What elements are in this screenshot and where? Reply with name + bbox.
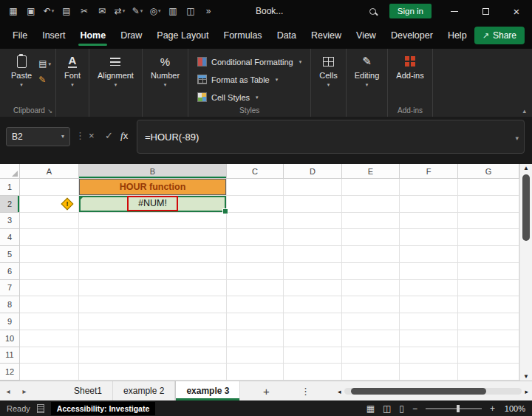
table-icon[interactable]: ▥ [164, 2, 182, 20]
cell-a7[interactable] [20, 280, 79, 297]
accessibility-status[interactable]: Accessibility: Investigate [51, 402, 155, 415]
maximize-button[interactable] [470, 0, 501, 22]
cell-f8[interactable] [400, 296, 458, 313]
cell-b5[interactable] [79, 246, 227, 263]
cell-d3[interactable] [284, 213, 342, 230]
expand-formula-bar-icon[interactable]: ▾ [515, 134, 519, 142]
shape-icon[interactable]: ◎▾ [146, 2, 164, 20]
cell-e6[interactable] [342, 263, 400, 280]
menu-tab-review[interactable]: Review [309, 23, 344, 48]
select-all-corner[interactable] [0, 164, 20, 179]
alignment-button[interactable]: Alignment ▾ [92, 52, 139, 105]
row-header-6[interactable]: 6 [0, 263, 20, 280]
cell-c8[interactable] [227, 296, 284, 313]
horizontal-scrollbar-track[interactable] [344, 388, 522, 395]
col-header-b[interactable]: B [79, 164, 227, 179]
cell-b12[interactable] [79, 364, 227, 381]
cell-d11[interactable] [284, 347, 342, 364]
cell-e2[interactable] [342, 196, 400, 213]
clipboard-dialog-launcher-icon[interactable]: ↘ [47, 108, 52, 115]
vertical-scrollbar-thumb[interactable] [522, 174, 530, 241]
cell-b3[interactable] [79, 213, 227, 230]
cell-e1[interactable] [342, 179, 400, 196]
vertical-scrollbar[interactable]: ▲ ▼ [519, 164, 532, 381]
cell-g3[interactable] [458, 213, 519, 230]
cell-d7[interactable] [284, 280, 342, 297]
row-header-8[interactable]: 8 [0, 296, 20, 313]
cell-c11[interactable] [227, 347, 284, 364]
cell-f11[interactable] [400, 347, 458, 364]
cell-c9[interactable] [227, 313, 284, 330]
row-header-9[interactable]: 9 [0, 313, 20, 330]
number-button[interactable]: % Number ▾ [146, 52, 185, 105]
cells-button[interactable]: Cells ▾ [314, 52, 342, 105]
scroll-right-icon[interactable]: ▸ [525, 388, 528, 395]
row-header-7[interactable]: 7 [0, 280, 20, 297]
cell-a9[interactable] [20, 313, 79, 330]
cell-f7[interactable] [400, 280, 458, 297]
cell-g1[interactable] [458, 179, 519, 196]
zoom-level[interactable]: 100% [503, 404, 525, 413]
scroll-up-icon[interactable]: ▲ [520, 165, 532, 171]
format-painter-button[interactable]: ✎ [38, 75, 51, 85]
menu-tab-home[interactable]: Home [78, 23, 108, 48]
menu-tab-view[interactable]: View [354, 23, 378, 48]
cell-f9[interactable] [400, 313, 458, 330]
zoom-in-button[interactable]: + [490, 403, 495, 414]
cell-c3[interactable] [227, 213, 284, 230]
cell-g9[interactable] [458, 313, 519, 330]
cell-d6[interactable] [284, 263, 342, 280]
cell-e11[interactable] [342, 347, 400, 364]
col-header-f[interactable]: F [400, 164, 458, 179]
sheet-tab-sheet1[interactable]: Sheet1 [64, 381, 113, 400]
save-icon[interactable]: ▣ [22, 2, 40, 20]
cell-g11[interactable] [458, 347, 519, 364]
cell-f2[interactable] [400, 196, 458, 213]
normal-view-icon[interactable]: ▦ [366, 403, 375, 414]
menu-tab-data[interactable]: Data [275, 23, 299, 48]
cell-styles-button[interactable]: Cell Styles▾ [197, 89, 301, 105]
cell-e8[interactable] [342, 296, 400, 313]
row-header-11[interactable]: 11 [0, 347, 20, 364]
cell-d12[interactable] [284, 364, 342, 381]
tab-scroll-right-icon[interactable]: ▸ [16, 381, 33, 400]
cell-b8[interactable] [79, 296, 227, 313]
cell-f4[interactable] [400, 229, 458, 246]
cell-a5[interactable] [20, 246, 79, 263]
cell-c2[interactable] [227, 196, 284, 213]
cell-b2[interactable]: #NUM! [79, 196, 227, 213]
conditional-formatting-button[interactable]: Conditional Formatting▾ [197, 54, 301, 69]
sheet-options-icon[interactable]: ⋮ [296, 381, 314, 400]
format-as-table-button[interactable]: Format as Table▾ [197, 72, 301, 87]
zoom-slider[interactable] [426, 408, 482, 409]
row-header-3[interactable]: 3 [0, 213, 20, 230]
cell-d4[interactable] [284, 229, 342, 246]
share-button[interactable]: ↗ Share [474, 27, 525, 44]
search-button[interactable] [363, 0, 383, 22]
editing-button[interactable]: ✎ Editing ▾ [349, 52, 385, 105]
translate-icon[interactable]: ⇄▾ [111, 2, 129, 20]
cell-a11[interactable] [20, 347, 79, 364]
cell-c1[interactable] [227, 179, 284, 196]
menu-tab-formulas[interactable]: Formulas [222, 23, 265, 48]
cell-d9[interactable] [284, 313, 342, 330]
page-break-view-icon[interactable]: ▯ [399, 403, 404, 414]
mail-icon[interactable]: ✉ [93, 2, 111, 20]
cell-a3[interactable] [20, 213, 79, 230]
cell-b9[interactable] [79, 313, 227, 330]
cell-b4[interactable] [79, 229, 227, 246]
paste-button[interactable]: Paste ▾ [6, 52, 37, 105]
col-header-e[interactable]: E [342, 164, 400, 179]
cell-e12[interactable] [342, 364, 400, 381]
cell-g7[interactable] [458, 280, 519, 297]
cell-d2[interactable] [284, 196, 342, 213]
zoom-slider-thumb[interactable] [457, 405, 460, 412]
cell-d8[interactable] [284, 296, 342, 313]
menu-tab-developer[interactable]: Developer [389, 23, 435, 48]
cell-g12[interactable] [458, 364, 519, 381]
cell-d10[interactable] [284, 330, 342, 347]
cell-g8[interactable] [458, 296, 519, 313]
row-header-2[interactable]: 2 [0, 196, 20, 213]
horizontal-scrollbar-thumb[interactable] [351, 388, 486, 395]
menu-tab-file[interactable]: File [10, 23, 30, 48]
